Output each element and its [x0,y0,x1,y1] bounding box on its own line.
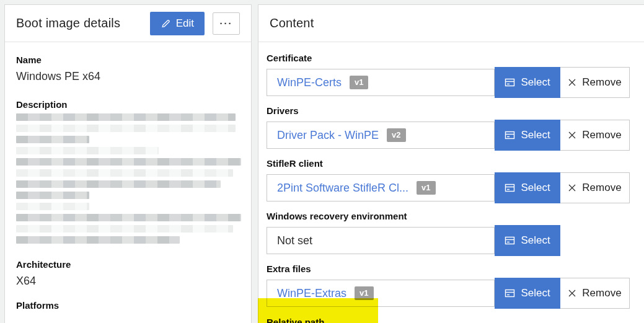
certificate-value-box: WinPE-Certs v1 [267,69,495,96]
redacted-text-row [16,169,233,177]
winre-row: Not set Select [267,225,630,256]
boot-image-details-header: Boot image details Edit ··· [5,5,251,42]
certificate-select-button[interactable]: Select [495,67,560,98]
select-object-icon [505,288,515,298]
select-object-icon [505,130,515,140]
edit-button-label: Edit [176,17,194,30]
winre-label: Windows recovery environment [267,211,644,221]
remove-button-label: Remove [582,129,621,141]
section-stifler-client: StifleR client 2Pint Software StifleR Cl… [267,159,644,203]
stifler-client-row: 2Pint Software StifleR Cl... v1 Select R… [267,172,630,203]
redacted-text-row [16,113,236,121]
app-window: { "left_panel": { "title": "Boot image d… [0,0,644,323]
redacted-text-row [16,125,236,132]
stifler-client-label: StifleR client [267,159,644,169]
drivers-value-box: Driver Pack - WinPE v2 [267,122,495,149]
page-title: Boot image details [16,16,120,30]
content-item-link[interactable]: WinPE-Certs [277,76,342,89]
ellipsis-icon: ··· [220,18,233,29]
winre-select-button[interactable]: Select [495,225,560,256]
extra-files-label: Extra files [267,264,644,274]
version-badge: v1 [417,181,435,195]
x-icon [568,184,576,192]
relative-path-label: Relative path [267,317,644,323]
content-item-link[interactable]: WinPE-Extras [277,287,346,300]
platforms-label: Platforms [16,301,240,311]
x-icon [568,131,576,139]
version-badge: v2 [387,128,405,142]
x-icon [568,78,576,87]
content-item-link[interactable]: 2Pint Software StifleR Cl... [277,182,408,195]
stifler-client-select-button[interactable]: Select [495,172,560,203]
select-button-label: Select [521,182,550,194]
redacted-text-row [16,192,89,199]
architecture-value: X64 [16,273,240,288]
section-certificate: Certificate WinPE-Certs v1 Select Remo [267,53,644,98]
redacted-text-row [16,214,241,221]
select-object-icon [505,77,515,87]
extra-files-value-box: WinPE-Extras v1 [267,280,495,307]
field-architecture: Architecture X64 [16,260,240,288]
select-object-icon [505,236,515,246]
section-extra-files: Extra files WinPE-Extras v1 Select Rem [267,264,644,309]
header-actions: Edit ··· [150,12,240,35]
section-winre: Windows recovery environment Not set Sel… [267,211,644,256]
drivers-label: Drivers [267,106,644,116]
architecture-label: Architecture [16,260,240,270]
content-header: Content [258,5,644,42]
extra-files-row: WinPE-Extras v1 Select Remove [267,278,630,309]
remove-button-label: Remove [582,182,621,194]
redacted-text-row [16,180,221,188]
version-badge: v1 [350,76,368,89]
drivers-select-button[interactable]: Select [495,120,560,151]
drivers-remove-button[interactable]: Remove [560,120,630,151]
remove-button-label: Remove [582,287,621,299]
redacted-text-row [16,136,89,143]
winre-value-box: Not set [267,227,495,254]
boot-image-details-card: Boot image details Edit ··· Name Windows… [4,4,252,323]
pencil-icon [161,19,170,29]
redacted-text-row [16,147,159,154]
name-value: Windows PE x64 [16,69,240,84]
content-title: Content [270,16,314,30]
extra-files-select-button[interactable]: Select [495,278,560,309]
drivers-row: Driver Pack - WinPE v2 Select Remove [267,120,630,151]
select-button-label: Select [521,76,550,89]
remove-button-label: Remove [582,76,621,89]
description-label: Description [16,100,240,110]
more-options-button[interactable]: ··· [213,12,240,35]
version-badge: v1 [355,286,373,300]
certificate-remove-button[interactable]: Remove [560,67,630,98]
extra-files-remove-button[interactable]: Remove [560,278,630,309]
field-description: Description [16,100,240,244]
redacted-text-row [16,236,180,244]
content-item-link[interactable]: Driver Pack - WinPE [277,129,379,142]
select-object-icon [505,183,515,193]
certificate-row: WinPE-Certs v1 Select Remove [267,67,630,98]
field-platforms: Platforms [16,301,240,311]
edit-button[interactable]: Edit [150,12,205,35]
section-drivers: Drivers Driver Pack - WinPE v2 Select [267,106,644,151]
certificate-label: Certificate [267,53,644,63]
field-name: Name Windows PE x64 [16,55,240,84]
stifler-client-value-box: 2Pint Software StifleR Cl... v1 [267,174,495,201]
boot-image-details-body: Name Windows PE x64 Description Architec [5,42,251,311]
redacted-text-row [16,203,89,210]
winre-value: Not set [277,234,312,247]
select-button-label: Select [521,287,550,299]
select-button-label: Select [521,234,550,247]
x-icon [568,289,576,298]
redacted-text-row [16,158,241,166]
select-button-label: Select [521,129,550,141]
redacted-text-row [16,225,233,232]
name-label: Name [16,55,240,65]
stifler-client-remove-button[interactable]: Remove [560,172,630,203]
content-card: Content Certificate WinPE-Certs v1 Selec… [258,4,644,323]
redacted-description [16,113,240,244]
content-body: Certificate WinPE-Certs v1 Select Remo [258,42,644,323]
